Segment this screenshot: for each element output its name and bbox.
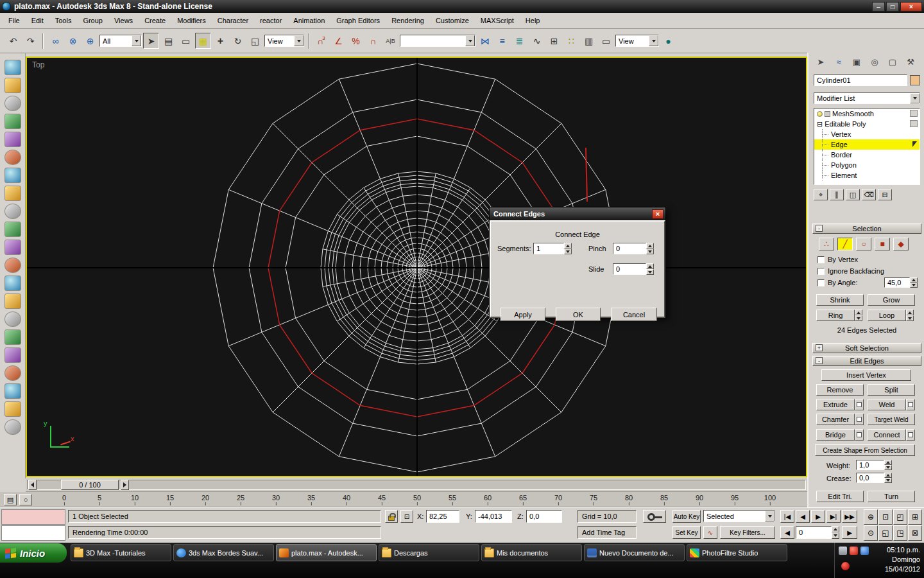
insert-vertex-button[interactable]: Insert Vertex	[821, 369, 911, 381]
left-tool-icon-12[interactable]	[4, 258, 21, 273]
left-tool-icon-6[interactable]	[4, 150, 21, 165]
taskbar-item-4[interactable]: Descargas	[379, 544, 479, 561]
create-tab-icon[interactable]: ➤	[814, 55, 828, 68]
dialog-title-bar[interactable]: Connect Edges ×	[490, 207, 665, 220]
stack-row-meshsmooth[interactable]: MeshSmooth	[814, 109, 920, 119]
turn-button[interactable]: Turn	[868, 491, 915, 502]
left-tool-icon-17[interactable]	[4, 347, 21, 363]
menu-maxscript[interactable]: MAXScript	[475, 13, 520, 28]
weld-settings-button[interactable]	[906, 399, 915, 410]
render-view-dropdown[interactable]: View	[615, 35, 659, 47]
taskbar-item-3[interactable]: plato.max - Autodesk...	[276, 544, 377, 561]
add-time-tag[interactable]: Add Time Tag	[578, 526, 637, 539]
by-vertex-checkbox[interactable]	[817, 256, 825, 263]
menu-group[interactable]: Group	[77, 13, 108, 28]
z-coord-field[interactable]: 0,0	[526, 510, 562, 523]
dropdown-arrow-icon[interactable]	[465, 35, 475, 46]
weld-button[interactable]: Weld	[868, 399, 906, 410]
modifier-enable-bulb-icon[interactable]	[817, 111, 823, 117]
left-tool-icon-21[interactable]	[4, 419, 21, 435]
zoom-extents-icon[interactable]: ⊕	[864, 509, 878, 525]
select-and-rotate-icon[interactable]: ↻	[230, 33, 246, 49]
hierarchy-tab-icon[interactable]: ▣	[850, 55, 864, 68]
open-mini-curve-editor-icon[interactable]: ▤	[4, 494, 17, 505]
left-tool-icon-19[interactable]	[4, 383, 21, 399]
maxscript-listener-pink[interactable]	[1, 509, 65, 525]
material-editor-icon[interactable]: ∷	[563, 33, 579, 49]
unlink-selection-icon[interactable]: ⊗	[65, 33, 81, 49]
menu-animation[interactable]: Animation	[287, 13, 330, 28]
frame-forward-button[interactable]: ▶	[842, 526, 857, 539]
menu-views[interactable]: Views	[108, 13, 139, 28]
menu-modifiers[interactable]: Modifiers	[171, 13, 212, 28]
left-tool-icon-2[interactable]	[4, 78, 21, 93]
configure-modifier-sets-icon[interactable]: ⊟	[878, 189, 892, 200]
left-tool-icon-7[interactable]	[4, 168, 21, 183]
left-tool-icon-18[interactable]	[4, 365, 21, 381]
title-bar[interactable]: plato.max - Autodesk 3ds Max 8 - Stand-a…	[0, 0, 924, 13]
zoom-all-icon[interactable]: ◰	[893, 509, 907, 525]
edge-subobject-button[interactable]: ╱	[837, 238, 853, 250]
soft-selection-rollout-header[interactable]: + Soft Selection	[812, 343, 921, 353]
x-coord-field[interactable]: 82,25	[426, 510, 459, 523]
track-bar-filter-icon[interactable]: ○	[19, 494, 32, 505]
crease-spinner[interactable]	[884, 473, 892, 483]
collapse-icon[interactable]: -	[816, 357, 823, 364]
taskbar-clock[interactable]: 05:10 p.m. Domingo 15/04/2012	[862, 545, 920, 574]
left-tool-icon-16[interactable]	[4, 329, 21, 345]
track-bar[interactable]: ▤ ○ 051015202530354045505560657075808590…	[0, 492, 807, 507]
modify-tab-icon[interactable]: ≈	[832, 55, 846, 68]
select-and-scale-icon[interactable]: ◱	[247, 33, 263, 49]
left-tool-icon-13[interactable]	[4, 276, 21, 291]
crease-field[interactable]: 0,0	[856, 473, 884, 483]
connect-button[interactable]: Connect	[868, 429, 906, 441]
ring-button[interactable]: Ring	[816, 310, 855, 321]
segments-spinner[interactable]	[564, 243, 572, 254]
extrude-button[interactable]: Extrude	[816, 399, 855, 410]
apply-button[interactable]: Apply	[501, 308, 545, 321]
object-name-field[interactable]: Cylinder01	[814, 74, 907, 86]
absolute-mode-button[interactable]: ⊡	[400, 510, 413, 523]
menu-create[interactable]: Create	[139, 13, 171, 28]
time-back-arrow[interactable]	[28, 480, 37, 490]
cancel-button[interactable]: Cancel	[611, 308, 657, 321]
stack-row-polygon[interactable]: Polygon	[814, 160, 920, 170]
by-angle-checkbox[interactable]	[817, 279, 825, 286]
percent-snap-icon[interactable]: %	[348, 33, 364, 49]
taskbar-item-6[interactable]: Nuevo Documento de...	[584, 544, 685, 561]
snap-toggle-icon[interactable]: ∩3	[313, 33, 329, 49]
expand-icon[interactable]: +	[816, 344, 823, 351]
antivirus-tray-icon[interactable]	[841, 562, 850, 570]
play-button[interactable]: ▶	[811, 510, 825, 523]
segments-field[interactable]: 1	[533, 243, 564, 254]
menu-customize[interactable]: Customize	[430, 13, 475, 28]
bridge-button[interactable]: Bridge	[816, 429, 855, 441]
menu-tools[interactable]: Tools	[49, 13, 78, 28]
reference-coordinate-dropdown[interactable]: View	[264, 35, 304, 47]
key-selection-dropdown[interactable]: Selected	[703, 510, 775, 522]
menu-reactor[interactable]: reactor	[254, 13, 287, 28]
stack-row-border[interactable]: Border	[814, 150, 920, 160]
left-tool-icon-3[interactable]	[4, 96, 21, 111]
printer-tray-icon[interactable]	[839, 547, 847, 555]
menu-graph-editors[interactable]: Graph Editors	[330, 13, 386, 28]
dropdown-arrow-icon[interactable]	[132, 35, 141, 46]
named-selection-edit-icon[interactable]: A|B	[382, 33, 398, 49]
left-tool-icon-1[interactable]	[4, 60, 21, 75]
maxscript-listener-white[interactable]	[1, 525, 65, 541]
set-key-mode-button[interactable]	[643, 510, 666, 523]
dropdown-arrow-icon[interactable]	[910, 93, 920, 103]
menu-character[interactable]: Character	[212, 13, 254, 28]
selection-filter-dropdown[interactable]: All	[99, 35, 142, 47]
taskbar-item-1[interactable]: 3D Max -Tutoriales	[71, 544, 171, 561]
extrude-settings-button[interactable]	[855, 399, 864, 410]
render-type-icon[interactable]: ▭	[598, 33, 614, 49]
motion-tab-icon[interactable]: ◎	[868, 55, 882, 68]
selection-lock-button[interactable]	[385, 510, 398, 523]
stack-row-edge[interactable]: Edge	[814, 139, 920, 150]
dropdown-arrow-icon[interactable]	[294, 35, 304, 46]
create-shape-button[interactable]: Create Shape From Selection	[815, 444, 915, 456]
chamfer-settings-button[interactable]	[855, 414, 864, 425]
taskbar-item-5[interactable]: Mis documentos	[481, 544, 582, 561]
utilities-tab-icon[interactable]: ⚒	[903, 55, 918, 68]
